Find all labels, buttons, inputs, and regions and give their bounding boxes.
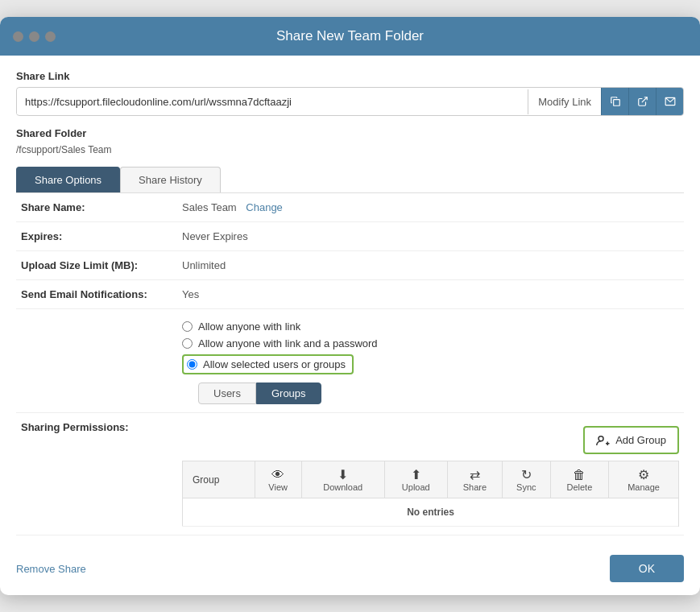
modal-body: Share Link Modify Link — [0, 56, 700, 536]
share-name-label: Share Name: — [16, 193, 177, 222]
upload-size-value: Unlimited — [177, 251, 684, 280]
delete-icon: 🗑 — [554, 468, 606, 482]
footer: Remove Share OK — [0, 544, 700, 595]
download-icon: ⬇ — [305, 467, 381, 482]
radio-anyone-password-input[interactable] — [182, 338, 193, 349]
col-share: ⇄ Share — [447, 461, 502, 498]
open-link-button[interactable] — [628, 88, 656, 115]
radio-anyone-link[interactable]: Allow anyone with link — [182, 320, 679, 333]
col-upload: ⬆ Upload — [384, 461, 447, 498]
radio-anyone-password-label: Allow anyone with link and a password — [198, 337, 378, 349]
tab-share-options[interactable]: Share Options — [16, 167, 120, 192]
modal-container: Share New Team Folder Share Link Modify … — [0, 17, 700, 595]
radio-selected-users[interactable]: Allow selected users or groups — [182, 354, 679, 374]
email-link-button[interactable] — [656, 88, 683, 115]
radio-selected-users-label: Allow selected users or groups — [203, 358, 346, 370]
shared-folder-label: Shared Folder — [16, 127, 684, 139]
close-icon[interactable] — [13, 31, 23, 42]
share-icon: ⇄ — [451, 467, 499, 482]
radio-anyone-link-input[interactable] — [182, 321, 193, 332]
share-name-row: Share Name: Sales Team Change — [16, 193, 684, 222]
copy-icon — [610, 96, 621, 107]
add-group-button[interactable]: Add Group — [583, 426, 679, 454]
shared-folder-path: /fcsupport/Sales Team — [16, 144, 684, 155]
send-email-value: Yes — [177, 280, 684, 309]
no-entries-row: No entries — [183, 498, 679, 527]
ok-button[interactable]: OK — [610, 555, 684, 582]
expires-label: Expires: — [16, 222, 177, 251]
modal-title: Share New Team Folder — [276, 28, 424, 44]
email-icon — [665, 96, 676, 107]
svg-rect-0 — [613, 100, 619, 106]
modal-header: Share New Team Folder — [0, 17, 700, 56]
radio-anyone-link-label: Allow anyone with link — [198, 320, 300, 333]
access-options-label — [16, 309, 177, 413]
copy-link-button[interactable] — [601, 88, 628, 115]
sharing-permissions-row: Sharing Permissions: Add Group — [16, 413, 684, 536]
modify-link-button[interactable]: Modify Link — [528, 89, 601, 114]
change-share-name-link[interactable]: Change — [246, 201, 283, 213]
upload-icon: ⬆ — [388, 467, 444, 482]
share-link-label: Share Link — [16, 70, 684, 82]
info-table: Share Name: Sales Team Change Expires: N… — [16, 193, 684, 536]
radio-anyone-password[interactable]: Allow anyone with link and a password — [182, 337, 679, 349]
access-options-cell: Allow anyone with link Allow anyone with… — [177, 309, 684, 413]
send-email-label: Send Email Notifications: — [16, 280, 177, 309]
radio-selected-users-input[interactable] — [187, 359, 197, 370]
permissions-table: Group 👁 View ⬇ Download — [182, 461, 679, 527]
users-groups-toggle: Users Groups — [198, 382, 679, 404]
radio-selected-users-highlighted: Allow selected users or groups — [182, 354, 354, 374]
minimize-icon[interactable] — [29, 31, 39, 42]
permissions-header-tr: Group 👁 View ⬇ Download — [183, 461, 679, 498]
col-view: 👁 View — [255, 461, 301, 498]
col-sync: ↻ Sync — [503, 461, 551, 498]
col-download: ⬇ Download — [301, 461, 384, 498]
tabs-row: Share Options Share History — [16, 167, 684, 193]
share-link-row: Modify Link — [16, 87, 684, 116]
view-icon: 👁 — [259, 468, 298, 482]
external-link-icon — [637, 96, 648, 107]
maximize-icon[interactable] — [45, 31, 56, 42]
sharing-permissions-label: Sharing Permissions: — [16, 413, 177, 536]
add-group-icon — [596, 435, 611, 446]
add-group-label: Add Group — [615, 434, 666, 446]
access-options-row: Allow anyone with link Allow anyone with… — [16, 309, 684, 413]
upload-size-row: Upload Size Limit (MB): Unlimited — [16, 251, 684, 280]
share-name-value: Sales Team Change — [177, 193, 684, 222]
tab-share-history[interactable]: Share History — [120, 167, 221, 192]
expires-row: Expires: Never Expires — [16, 222, 684, 251]
share-link-input[interactable] — [17, 89, 528, 114]
expires-value: Never Expires — [177, 222, 684, 251]
window-controls — [13, 31, 56, 42]
manage-icon: ⚙ — [612, 467, 675, 482]
toggle-groups-button[interactable]: Groups — [256, 382, 321, 404]
sharing-permissions-cell: Add Group Group 👁 View — [177, 413, 684, 536]
sync-icon: ↻ — [506, 467, 547, 482]
svg-line-1 — [641, 97, 646, 102]
no-entries-cell: No entries — [183, 498, 679, 527]
remove-share-link[interactable]: Remove Share — [16, 563, 86, 575]
send-email-row: Send Email Notifications: Yes — [16, 280, 684, 309]
toggle-users-button[interactable]: Users — [198, 382, 256, 404]
shared-folder-section: Shared Folder /fcsupport/Sales Team — [16, 127, 684, 155]
permissions-section: Add Group Group 👁 View — [182, 426, 679, 527]
col-delete: 🗑 Delete — [550, 461, 609, 498]
col-manage: ⚙ Manage — [609, 461, 679, 498]
svg-point-3 — [599, 436, 603, 440]
permissions-header-row: Add Group — [182, 426, 679, 454]
upload-size-label: Upload Size Limit (MB): — [16, 251, 177, 280]
radio-group: Allow anyone with link Allow anyone with… — [182, 320, 679, 374]
col-group: Group — [183, 461, 255, 498]
